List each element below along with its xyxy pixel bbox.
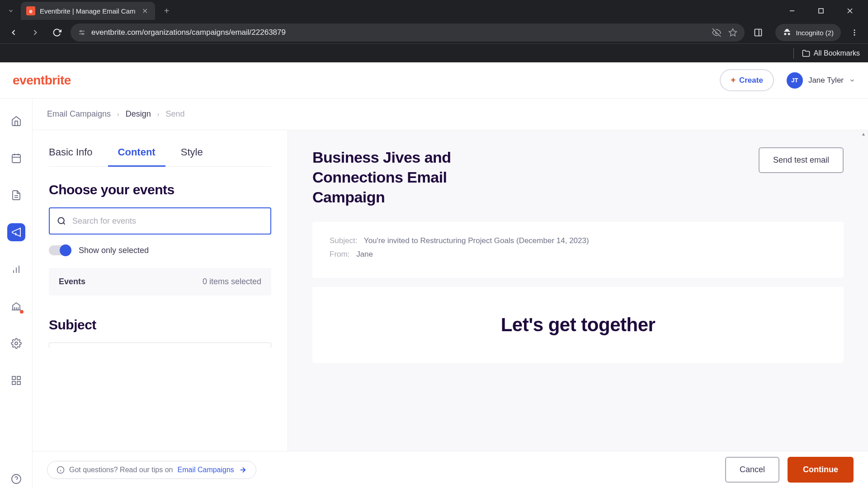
svg-point-33 xyxy=(12,474,21,483)
folder-icon xyxy=(802,49,810,57)
nav-bar: eventbrite.com/organizations/campaigns/e… xyxy=(0,22,868,43)
address-bar[interactable]: eventbrite.com/organizations/campaigns/e… xyxy=(71,23,745,42)
nav-events[interactable] xyxy=(7,149,25,167)
editor-tabs: Basic Info Content Style xyxy=(49,143,271,167)
svg-point-14 xyxy=(854,34,855,36)
svg-point-13 xyxy=(854,32,855,33)
notification-dot-icon xyxy=(20,310,24,314)
nav-help[interactable] xyxy=(7,470,25,488)
svg-rect-30 xyxy=(17,376,20,380)
crumb-email-campaigns[interactable]: Email Campaigns xyxy=(47,109,111,119)
svg-point-12 xyxy=(854,29,855,31)
email-meta-card: Subject: You're invited to Restructuring… xyxy=(312,222,844,278)
browser-chrome: e Eventbrite | Manage Email Cam ✕ + even… xyxy=(0,0,868,62)
side-navigation xyxy=(0,99,33,488)
breadcrumb: Email Campaigns › Design › Send xyxy=(47,109,854,119)
nav-settings[interactable] xyxy=(7,334,25,352)
eventbrite-logo[interactable]: eventbrite xyxy=(13,73,71,88)
tip-link[interactable]: Email Campaigns xyxy=(177,466,234,474)
create-label: Create xyxy=(739,76,763,85)
new-tab-button[interactable]: + xyxy=(160,4,174,18)
incognito-icon xyxy=(783,28,792,37)
bookmark-star-icon[interactable] xyxy=(728,28,737,37)
show-selected-row: Show only selected xyxy=(49,245,271,255)
svg-point-6 xyxy=(80,31,81,32)
subject-row: Subject: You're invited to Restructuring… xyxy=(330,236,826,245)
site-settings-icon[interactable] xyxy=(78,28,86,37)
choose-events-heading: Choose your events xyxy=(49,182,271,197)
window-controls xyxy=(783,4,864,18)
cancel-button[interactable]: Cancel xyxy=(725,457,779,483)
separator xyxy=(793,48,794,59)
app-body: Email Campaigns › Design › Send Basic In… xyxy=(0,99,868,488)
tab-close-button[interactable]: ✕ xyxy=(140,6,150,16)
tab-basic-info[interactable]: Basic Info xyxy=(49,143,93,166)
send-test-email-button[interactable]: Send test email xyxy=(759,147,844,173)
nav-reports[interactable] xyxy=(7,260,25,278)
tab-strip: e Eventbrite | Manage Email Cam ✕ + xyxy=(0,0,868,22)
nav-apps[interactable] xyxy=(7,371,25,389)
subject-input-partial[interactable] xyxy=(49,343,271,348)
chevron-down-icon xyxy=(849,77,855,84)
breadcrumb-bar: Email Campaigns › Design › Send xyxy=(33,99,868,130)
tab-content[interactable]: Content xyxy=(118,143,156,166)
create-button[interactable]: + Create xyxy=(720,69,774,91)
incognito-label: Incognito (2) xyxy=(796,29,834,37)
event-search-box[interactable] xyxy=(49,207,271,235)
subject-label: Subject: xyxy=(330,236,357,245)
user-menu[interactable]: JT Jane Tyler xyxy=(787,72,855,89)
preview-panel: ▲ Business Jives and Connections Email C… xyxy=(288,130,868,488)
editor-panel: Basic Info Content Style Choose your eve… xyxy=(33,130,288,488)
browser-menu-button[interactable] xyxy=(846,24,863,41)
svg-rect-1 xyxy=(819,9,823,13)
from-label: From: xyxy=(330,250,349,258)
svg-rect-10 xyxy=(755,29,761,36)
from-value: Jane xyxy=(356,250,373,258)
avatar: JT xyxy=(787,72,803,89)
chevron-right-icon: › xyxy=(157,111,160,118)
campaign-title: Business Jives and Connections Email Cam… xyxy=(312,147,502,207)
nav-orders[interactable] xyxy=(7,186,25,204)
help-tip-chip[interactable]: Got questions? Read our tips on Email Ca… xyxy=(47,461,256,479)
tab-style[interactable]: Style xyxy=(181,143,203,166)
eye-off-icon[interactable] xyxy=(712,28,721,37)
svg-marker-9 xyxy=(729,29,736,36)
incognito-indicator[interactable]: Incognito (2) xyxy=(775,24,841,41)
tab-search-dropdown[interactable] xyxy=(4,4,18,18)
nav-home[interactable] xyxy=(7,112,25,130)
scrollbar[interactable]: ▲ xyxy=(860,130,867,488)
subject-value: You're invited to Restructuring Project … xyxy=(364,236,589,245)
tab-favicon: e xyxy=(26,6,35,15)
maximize-button[interactable] xyxy=(812,4,830,18)
all-bookmarks-label: All Bookmarks xyxy=(814,49,860,57)
scroll-up-icon[interactable]: ▲ xyxy=(860,130,867,137)
crumb-send: Send xyxy=(165,109,184,119)
crumb-design[interactable]: Design xyxy=(126,109,151,119)
all-bookmarks-button[interactable]: All Bookmarks xyxy=(802,49,860,57)
svg-rect-32 xyxy=(17,381,20,385)
svg-point-7 xyxy=(82,33,84,35)
subject-heading: Subject xyxy=(49,317,271,333)
svg-point-35 xyxy=(58,218,64,224)
close-window-button[interactable] xyxy=(841,4,859,18)
app-header: eventbrite + Create JT Jane Tyler xyxy=(0,62,868,99)
show-selected-toggle[interactable] xyxy=(49,245,71,255)
reload-button[interactable] xyxy=(49,24,65,41)
minimize-button[interactable] xyxy=(783,4,801,18)
browser-tab[interactable]: e Eventbrite | Manage Email Cam ✕ xyxy=(21,2,155,20)
nav-marketing[interactable] xyxy=(7,223,25,241)
email-body-preview: Let's get together xyxy=(312,287,844,363)
nav-finance[interactable] xyxy=(7,297,25,315)
event-search-input[interactable] xyxy=(72,216,263,226)
events-summary-bar: Events 0 items selected xyxy=(49,268,271,296)
user-name: Jane Tyler xyxy=(808,76,844,85)
email-headline: Let's get together xyxy=(330,314,826,336)
toggle-knob xyxy=(60,244,71,256)
from-row: From: Jane xyxy=(330,250,826,259)
chevron-right-icon: › xyxy=(117,111,119,118)
side-panel-button[interactable] xyxy=(750,24,766,41)
items-selected-count: 0 items selected xyxy=(203,277,261,286)
forward-button[interactable] xyxy=(27,24,43,41)
continue-button[interactable]: Continue xyxy=(788,457,854,483)
back-button[interactable] xyxy=(5,24,22,41)
